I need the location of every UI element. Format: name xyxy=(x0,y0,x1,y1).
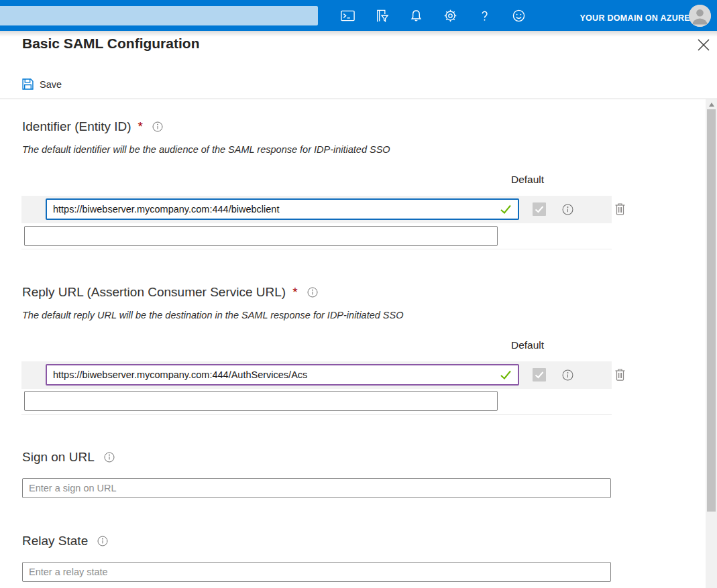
close-button[interactable] xyxy=(696,38,711,52)
notifications-button[interactable] xyxy=(408,7,424,23)
scrollbar-up-button[interactable] xyxy=(706,99,717,109)
delete-row-button[interactable] xyxy=(614,202,626,216)
identifier-url-input[interactable] xyxy=(46,198,519,220)
reply-url-row xyxy=(21,361,612,389)
account-domain-label: YOUR DOMAIN ON AZURE xyxy=(580,13,690,23)
relay-state-heading-label: Relay State xyxy=(22,534,88,548)
scroll-up-arrow-icon xyxy=(709,103,714,107)
default-checkbox[interactable] xyxy=(533,368,546,381)
info-icon xyxy=(562,369,573,381)
info-icon[interactable] xyxy=(104,452,115,463)
info-icon[interactable] xyxy=(152,121,163,132)
identifier-heading-label: Identifier (Entity ID) xyxy=(22,119,131,134)
required-marker: * xyxy=(138,119,143,134)
directory-filter-button[interactable] xyxy=(374,7,390,23)
account-avatar[interactable] xyxy=(689,5,711,27)
cloud-shell-icon xyxy=(340,8,355,23)
reply-url-heading-label: Reply URL (Assertion Consumer Service UR… xyxy=(22,285,286,300)
avatar-person-icon xyxy=(689,5,711,27)
relay-state-input[interactable] xyxy=(22,562,611,582)
toolbar-divider xyxy=(0,99,717,99)
reply-url-description: The default reply URL will be the destin… xyxy=(22,310,404,320)
required-marker: * xyxy=(292,285,297,300)
global-search-input[interactable] xyxy=(0,6,318,25)
checkbox-check-icon xyxy=(533,202,546,216)
row-info-button[interactable] xyxy=(562,369,573,381)
save-button-label: Save xyxy=(40,79,62,90)
identifier-description: The default identifier will be the audie… xyxy=(22,144,390,155)
sign-on-url-section-heading: Sign on URL xyxy=(22,450,115,465)
info-icon xyxy=(562,204,573,215)
section-divider xyxy=(21,249,612,249)
default-checkbox[interactable] xyxy=(533,202,546,216)
section-divider xyxy=(21,414,612,415)
page-title: Basic SAML Configuration xyxy=(22,36,199,52)
account-menu-button[interactable]: YOUR DOMAIN ON AZURE xyxy=(580,13,690,23)
bell-icon xyxy=(408,8,424,23)
trash-icon xyxy=(614,202,626,216)
settings-button[interactable] xyxy=(442,7,458,23)
sign-on-url-input[interactable] xyxy=(22,478,611,498)
valid-check-icon xyxy=(499,203,512,215)
trash-icon xyxy=(614,367,626,381)
cloud-shell-button[interactable] xyxy=(339,7,355,23)
close-icon xyxy=(696,38,711,52)
identifier-new-url-input[interactable] xyxy=(24,226,498,246)
sign-on-url-heading-label: Sign on URL xyxy=(22,450,95,465)
info-icon[interactable] xyxy=(97,536,108,546)
delete-row-button[interactable] xyxy=(614,367,626,381)
topbar-icon-group xyxy=(339,7,527,23)
question-mark-icon xyxy=(477,8,492,23)
info-icon[interactable] xyxy=(307,287,318,298)
directory-filter-icon xyxy=(374,8,390,23)
default-column-header: Default xyxy=(511,174,544,186)
azure-top-bar: YOUR DOMAIN ON AZURE xyxy=(0,0,717,31)
identifier-section-heading: Identifier (Entity ID) * xyxy=(22,119,163,134)
save-button[interactable]: Save xyxy=(22,78,62,90)
identifier-row xyxy=(21,196,612,223)
smiley-icon xyxy=(511,8,527,23)
valid-check-icon xyxy=(499,369,512,381)
scrollbar-thumb[interactable] xyxy=(707,109,716,512)
save-icon xyxy=(22,78,34,90)
reply-url-new-input[interactable] xyxy=(24,391,498,411)
row-info-button[interactable] xyxy=(562,204,573,215)
default-column-header: Default xyxy=(511,339,544,351)
relay-state-section-heading: Relay State xyxy=(22,534,108,548)
help-button[interactable] xyxy=(476,7,492,23)
feedback-button[interactable] xyxy=(510,7,527,23)
checkbox-check-icon xyxy=(533,368,546,381)
reply-url-input[interactable] xyxy=(46,364,519,386)
gear-icon xyxy=(443,8,458,23)
reply-url-section-heading: Reply URL (Assertion Consumer Service UR… xyxy=(22,285,318,300)
